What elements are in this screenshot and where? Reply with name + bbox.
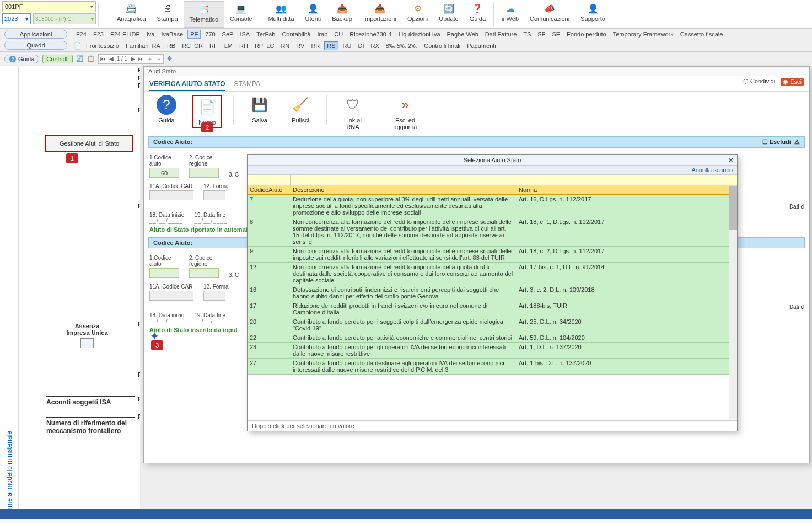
date-fine-2[interactable]: __/__/____ <box>194 318 227 324</box>
tab-770[interactable]: 770 <box>203 30 217 38</box>
ribbon-utenti[interactable]: 👤Utenti <box>300 1 327 28</box>
subtab-rv[interactable]: RV <box>294 42 306 50</box>
input-forma[interactable] <box>203 190 225 200</box>
ribbon-console[interactable]: 💻Console <box>224 1 257 28</box>
year-combo[interactable]: 2023 ▾ <box>2 13 31 24</box>
input-codice-aiuto[interactable]: 60 <box>149 168 179 178</box>
share-button[interactable]: ⬡ Condividi <box>743 78 775 86</box>
tool-icon[interactable]: 📋 <box>87 55 95 62</box>
date-fine[interactable]: __/__/____ <box>194 218 227 224</box>
tab-cassetto fiscale[interactable]: Cassetto fiscale <box>678 30 725 38</box>
input-forma-2[interactable] <box>203 291 225 301</box>
add-icon[interactable]: ＋ <box>146 55 154 63</box>
del-icon[interactable]: － <box>154 55 163 63</box>
tab-ricezione730-4[interactable]: Ricezione730-4 <box>347 30 394 38</box>
pointer-icon[interactable]: ✥ <box>167 55 172 62</box>
tab-f23[interactable]: F23 <box>91 30 106 38</box>
tab-irap[interactable]: Irap <box>315 30 330 38</box>
table-row[interactable]: 23Contributo a fondo perduto per gli ope… <box>248 343 737 359</box>
ribbon-update[interactable]: 🔄Update <box>433 1 464 28</box>
tab-terfab[interactable]: TerFab <box>254 30 277 38</box>
ribbon-importazioni[interactable]: 📥Importazioni <box>358 1 402 28</box>
subtab-di[interactable]: DI <box>356 42 366 50</box>
input-car-2[interactable] <box>149 291 193 301</box>
ribbon-comunicazioni[interactable]: 📣Comunicazioni <box>524 1 575 28</box>
table-row[interactable]: 8Non concorrenza alla formazione del red… <box>248 217 737 247</box>
gestione-aiuti-button[interactable]: Gestione Aiuti di Stato <box>45 135 133 152</box>
search-desc[interactable] <box>291 175 737 185</box>
scroll-thumb[interactable] <box>729 186 737 230</box>
tab-cu[interactable]: CU <box>332 30 345 38</box>
ribbon-anagrafica[interactable]: 📇Anagrafica <box>111 1 152 28</box>
ribbon-stampa[interactable]: 🖨Stampa <box>152 1 184 28</box>
applicazioni-button[interactable]: Applicazioni <box>4 30 67 39</box>
subtab-rb[interactable]: RB <box>165 42 178 50</box>
ribbon-telematico[interactable]: 📑Telematico <box>184 1 225 28</box>
escludi-check[interactable]: ☐ Escludi ⚠ <box>762 138 800 146</box>
salva-button[interactable]: 💾Salva <box>245 95 275 124</box>
subtab-ru[interactable]: RU <box>341 42 354 50</box>
esci-button[interactable]: ◉ Esci <box>781 78 804 86</box>
next-icon[interactable]: ▶ <box>129 56 137 62</box>
tab-f24 elide[interactable]: F24 ELIDE <box>108 30 142 38</box>
side-tab[interactable]: nforme al modello ministeriale <box>0 66 19 519</box>
subtab-controlli finali[interactable]: Controlli finali <box>422 42 463 50</box>
account-combo[interactable]: 813000 - (P) Ci ▾ <box>33 13 96 24</box>
subtab-rc_cr[interactable]: RC_CR <box>180 42 205 50</box>
subtab-familiari_ra[interactable]: Familiari_RA <box>123 42 163 50</box>
table-row[interactable]: 20Contributo a fondo perduto per i sogge… <box>248 317 737 333</box>
ribbon-backup[interactable]: 📥Backup <box>326 1 358 28</box>
subtab-rx[interactable]: RX <box>368 42 381 50</box>
table-row[interactable]: 7Deduzione della quota, non superiore al… <box>248 195 737 217</box>
subtab-rs[interactable]: RS <box>324 41 338 50</box>
tab-stampa[interactable]: STAMPA <box>234 78 261 91</box>
subtab-pagamenti[interactable]: Pagamenti <box>465 42 498 50</box>
date-inizio-2[interactable]: __/__/____ <box>149 318 184 324</box>
pager[interactable]: ⏮ ◀ 1 / 1 ▶ ⏭ ＋ － <box>98 54 164 64</box>
ribbon-opzioni[interactable]: ⚙Opzioni <box>402 1 433 28</box>
tab-f24[interactable]: F24 <box>74 30 89 38</box>
last-icon[interactable]: ⏭ <box>137 56 146 62</box>
search-code[interactable] <box>248 175 291 185</box>
refresh-icon[interactable]: 🔄 <box>76 55 84 62</box>
ribbon-inweb[interactable]: ☁inWeb <box>496 1 524 28</box>
tab-paghe web[interactable]: Paghe Web <box>445 30 481 38</box>
subtab-rn[interactable]: RN <box>278 42 292 50</box>
first-icon[interactable]: ⏮ <box>99 56 107 62</box>
input-codice-regione-2[interactable] <box>189 268 219 278</box>
tab-sep[interactable]: SeP <box>220 30 236 38</box>
guida-button[interactable]: ? Guida <box>4 55 39 63</box>
tab-ts[interactable]: TS <box>521 30 533 38</box>
nuovo-button[interactable]: 📄Nuovo2 <box>192 95 222 128</box>
table-row[interactable]: 27Contributo a fondo perduto da destinar… <box>248 359 737 375</box>
tab-sf[interactable]: SF <box>535 30 547 38</box>
tab-liquidazioni iva[interactable]: Liquidazioni Iva <box>396 30 443 38</box>
subtab-8‰ 5‰ 2‰[interactable]: 8‰ 5‰ 2‰ <box>384 42 420 50</box>
tab-verifica[interactable]: VERIFICA AIUTO STATO <box>149 78 225 91</box>
table-row[interactable]: 17Riduzione dei redditi prodotti in fran… <box>248 301 737 317</box>
esciagg-button[interactable]: »Esci ed aggiorna <box>390 95 420 130</box>
prev-icon[interactable]: ◀ <box>107 56 115 62</box>
code-combo[interactable]: 001PF ▾ <box>2 1 96 12</box>
tab-ivabase[interactable]: IvaBase <box>159 30 185 38</box>
linkrna-button[interactable]: 🛡Link al RNA <box>338 95 368 130</box>
tab-dati fatture[interactable]: Dati Fatture <box>483 30 519 38</box>
input-codice-regione[interactable] <box>189 168 219 178</box>
close-icon[interactable]: ✕ <box>728 156 734 164</box>
table-row[interactable]: 9Non concorrenza alla formazione del red… <box>248 247 737 263</box>
subtab-rr[interactable]: RR <box>309 42 322 50</box>
tab-pf[interactable]: PF <box>187 30 201 39</box>
subtab-rp_lc[interactable]: RP_LC <box>252 42 276 50</box>
subtab-rh[interactable]: RH <box>237 42 250 50</box>
input-car[interactable] <box>149 190 193 200</box>
table-row[interactable]: 12Non concorrenza alla formazione del re… <box>248 263 737 285</box>
controlli-button[interactable]: Controlli <box>42 55 72 63</box>
tab-iva[interactable]: Iva <box>144 30 157 38</box>
ribbon-supporto[interactable]: 👤Supporto <box>575 1 611 28</box>
pulisci-button[interactable]: 🧹Pulisci <box>286 95 315 124</box>
input-codice-aiuto-2[interactable] <box>149 268 179 278</box>
scrollbar[interactable] <box>729 186 737 419</box>
tab-fondo perduto[interactable]: Fondo perduto <box>564 30 609 38</box>
ribbon-guida[interactable]: ❓Guida <box>464 1 491 28</box>
tab-se[interactable]: SE <box>550 30 562 38</box>
